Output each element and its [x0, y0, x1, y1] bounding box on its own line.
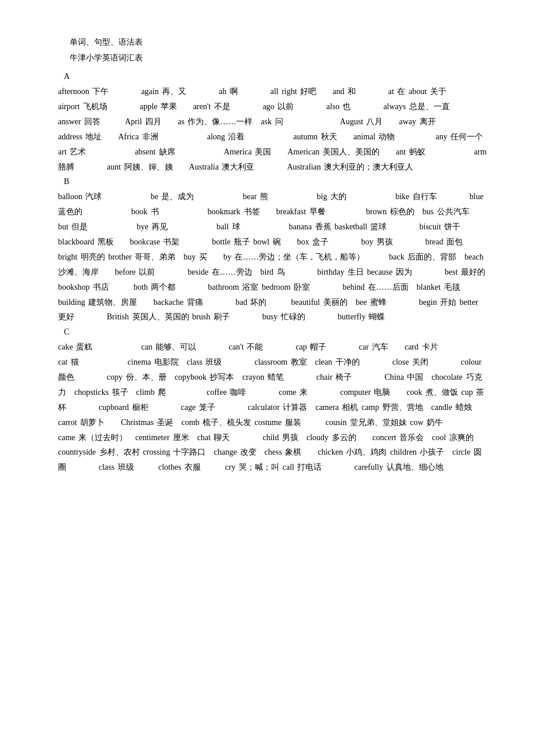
- letter-c: C: [64, 325, 488, 340]
- section-c-content: cake 蛋糕 can 能够、可以 can't 不能 cap 帽子 car 汽车…: [58, 340, 488, 475]
- section-b-content: balloon 汽球 be 是、成为 bear 熊 big 大的 bike 自行…: [58, 189, 488, 325]
- header-line1: 单词、句型、语法表: [70, 35, 488, 51]
- section-a-content: afternoon 下午 again 再、又 ah 啊 all right 好吧…: [58, 84, 488, 174]
- section-c: C cake 蛋糕 can 能够、可以 can't 不能 cap 帽子 car …: [58, 325, 488, 475]
- section-a: A afternoon 下午 again 再、又 ah 啊 all right …: [58, 69, 488, 174]
- header-line2: 牛津小学英语词汇表: [70, 51, 488, 66]
- letter-b: B: [64, 174, 488, 189]
- section-b: B balloon 汽球 be 是、成为 bear 熊 big 大的 bike …: [58, 174, 488, 325]
- vocabulary-content: A afternoon 下午 again 再、又 ah 啊 all right …: [58, 69, 488, 475]
- page-header: 单词、句型、语法表 牛津小学英语词汇表: [58, 35, 488, 66]
- letter-a: A: [64, 69, 488, 84]
